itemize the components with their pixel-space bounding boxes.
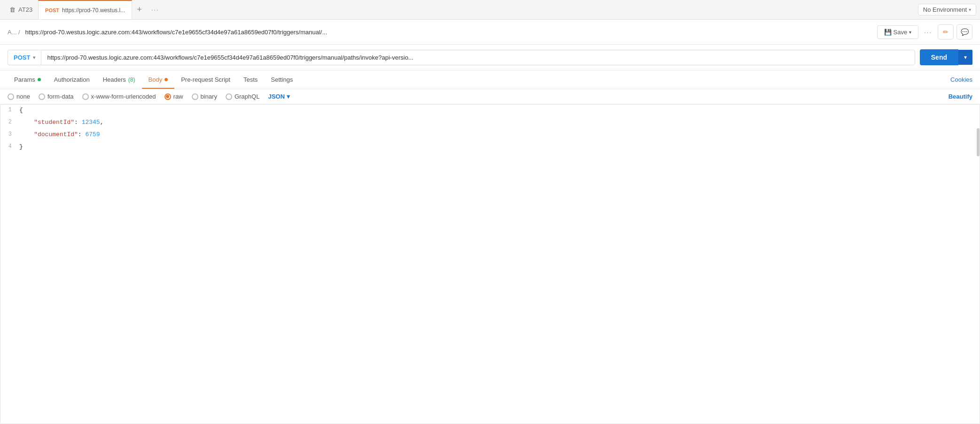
save-chevron-icon: ▾ xyxy=(909,30,911,35)
radio-graphql xyxy=(226,93,232,100)
save-label: Save xyxy=(894,29,908,36)
colon-3: : xyxy=(78,131,86,138)
body-type-graphql[interactable]: GraphQL xyxy=(226,93,259,100)
add-tab-button[interactable]: + xyxy=(132,5,147,15)
indent-3 xyxy=(19,131,34,138)
colon-2: : xyxy=(74,119,82,126)
scrollbar[interactable] xyxy=(977,128,980,156)
url-more-button[interactable]: ··· xyxy=(921,27,935,38)
line-number-2: 2 xyxy=(0,117,19,125)
tab-url-label: https://prod-70.westus.l... xyxy=(62,7,125,14)
radio-none xyxy=(8,93,14,100)
tab-tests-label: Tests xyxy=(243,76,258,83)
body-type-urlencoded-label: x-www-form-urlencoded xyxy=(91,93,156,100)
body-type-graphql-label: GraphQL xyxy=(235,93,259,100)
cookies-link[interactable]: Cookies xyxy=(950,76,972,83)
tab-body-label: Body xyxy=(149,76,163,83)
body-type-urlencoded[interactable]: x-www-form-urlencoded xyxy=(82,93,156,100)
code-line-3: 3 "documentId": 6759 xyxy=(0,129,980,141)
body-type-binary[interactable]: binary xyxy=(192,93,217,100)
line-number-1: 1 xyxy=(0,105,19,113)
line-number-3: 3 xyxy=(0,129,19,138)
tab-settings-label: Settings xyxy=(271,76,293,83)
tab-params-label: Params xyxy=(14,76,35,83)
breadcrumb-url: https://prod-70.westus.logic.azure.com:4… xyxy=(25,29,327,36)
active-request-tab[interactable]: POST https://prod-70.westus.l... xyxy=(38,0,132,19)
workspace-tab[interactable]: 🗑 AT23 xyxy=(4,0,38,19)
tab-pre-request-script[interactable]: Pre-request Script xyxy=(174,70,237,89)
more-tabs-button[interactable]: ··· xyxy=(147,6,164,13)
tab-pre-request-label: Pre-request Script xyxy=(181,76,230,83)
tabs-nav: Params Authorization Headers (8) Body Pr… xyxy=(0,70,980,89)
breadcrumb: A... / https://prod-70.westus.logic.azur… xyxy=(8,29,872,36)
trash-icon: 🗑 xyxy=(9,6,16,13)
params-dot xyxy=(38,78,41,81)
url-actions: 💾 Save ▾ ··· ✏ 💬 xyxy=(877,24,972,39)
body-type-bar: none form-data x-www-form-urlencoded raw… xyxy=(0,89,980,104)
tab-authorization[interactable]: Authorization xyxy=(47,70,96,89)
val-documentId: 6759 xyxy=(85,131,100,138)
method-selector[interactable]: POST ▾ xyxy=(8,50,41,65)
main-content: A... / https://prod-70.westus.logic.azur… xyxy=(0,20,980,424)
json-format-label: JSON xyxy=(268,93,284,100)
send-button-group: Send ▾ xyxy=(920,49,972,65)
url-bar: A... / https://prod-70.westus.logic.azur… xyxy=(0,20,980,45)
key-studentId: "studentId" xyxy=(34,119,74,126)
indent-2 xyxy=(19,119,34,126)
comma-2: , xyxy=(100,119,104,126)
tab-settings[interactable]: Settings xyxy=(264,70,299,89)
save-icon: 💾 xyxy=(884,29,892,36)
line-content-3: "documentId": 6759 xyxy=(19,129,980,140)
body-type-raw[interactable]: raw xyxy=(165,93,183,100)
beautify-button[interactable]: Beautify xyxy=(949,93,972,100)
send-main-button[interactable]: Send xyxy=(920,49,958,65)
json-format-selector[interactable]: JSON ▾ xyxy=(268,93,290,100)
send-dropdown-button[interactable]: ▾ xyxy=(958,50,972,65)
code-editor[interactable]: 1 { 2 "studentId": 12345, 3 "documentId"… xyxy=(0,104,980,424)
body-type-binary-label: binary xyxy=(201,93,217,100)
request-bar: POST ▾ Send ▾ xyxy=(0,45,980,70)
val-studentId: 12345 xyxy=(82,119,100,126)
tab-bar: 🗑 AT23 POST https://prod-70.westus.l... … xyxy=(0,0,980,20)
code-lines: 1 { 2 "studentId": 12345, 3 "documentId"… xyxy=(0,105,980,154)
tab-params[interactable]: Params xyxy=(8,70,47,89)
breadcrumb-prefix: A... / xyxy=(8,29,20,36)
line-content-2: "studentId": 12345, xyxy=(19,117,980,128)
save-button[interactable]: 💾 Save ▾ xyxy=(877,25,919,39)
body-type-none-label: none xyxy=(16,93,30,100)
body-dot xyxy=(165,78,168,81)
method-label: POST xyxy=(14,54,30,61)
comment-button[interactable]: 💬 xyxy=(956,24,972,39)
radio-form-data xyxy=(39,93,45,100)
line-number-4: 4 xyxy=(0,141,19,150)
body-type-none[interactable]: none xyxy=(8,93,30,100)
method-chevron-icon: ▾ xyxy=(33,55,35,60)
tab-method-label: POST xyxy=(45,8,59,13)
json-format-chevron-icon: ▾ xyxy=(287,93,290,100)
tab-tests[interactable]: Tests xyxy=(237,70,264,89)
workspace-label: AT23 xyxy=(18,6,32,13)
code-line-2: 2 "studentId": 12345, xyxy=(0,117,980,129)
radio-urlencoded xyxy=(82,93,89,100)
code-line-1: 1 { xyxy=(0,105,980,117)
tab-headers-label: Headers xyxy=(103,76,126,83)
tab-headers[interactable]: Headers (8) xyxy=(96,70,142,89)
edit-button[interactable]: ✏ xyxy=(938,24,954,39)
request-url-input[interactable] xyxy=(41,50,915,65)
body-type-form-data[interactable]: form-data xyxy=(39,93,74,100)
radio-raw xyxy=(165,93,171,100)
env-chevron-icon: ▾ xyxy=(969,7,971,12)
headers-badge: (8) xyxy=(128,77,135,83)
radio-binary xyxy=(192,93,198,100)
body-type-form-data-label: form-data xyxy=(47,93,74,100)
edit-icon: ✏ xyxy=(943,28,949,36)
tab-body[interactable]: Body xyxy=(142,70,175,89)
tab-authorization-label: Authorization xyxy=(54,76,90,83)
line-content-1: { xyxy=(19,105,980,116)
comment-icon: 💬 xyxy=(961,28,969,36)
env-label: No Environment xyxy=(923,6,967,13)
key-documentId: "documentId" xyxy=(34,131,78,138)
body-type-raw-label: raw xyxy=(173,93,183,100)
code-line-4: 4 } xyxy=(0,141,980,154)
environment-selector[interactable]: No Environment ▾ xyxy=(918,4,976,15)
